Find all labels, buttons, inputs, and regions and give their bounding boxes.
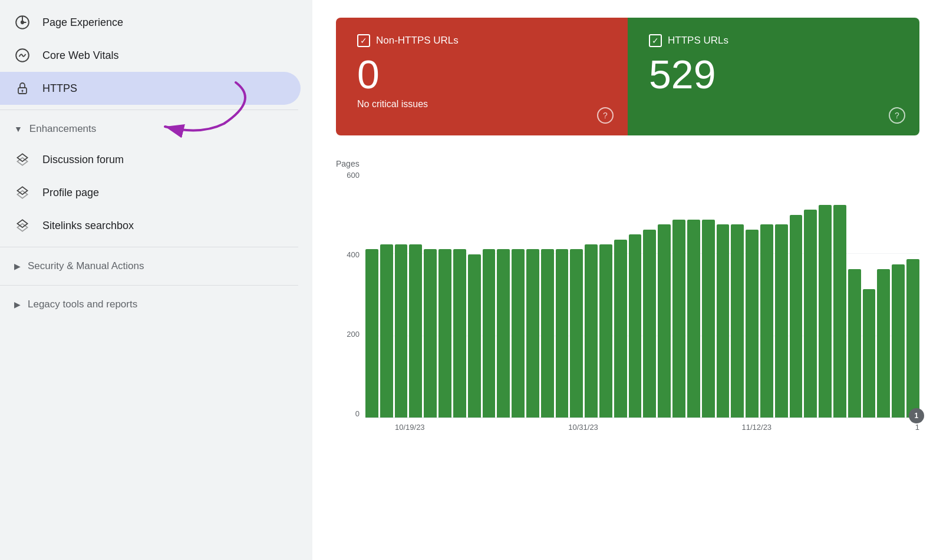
x-label-1031: 10/31/23 xyxy=(568,423,598,432)
chart-bar xyxy=(760,224,773,417)
svg-point-1 xyxy=(21,21,24,24)
chart-bar xyxy=(468,254,481,417)
page-experience-icon xyxy=(14,14,31,31)
sidebar-item-discussion-forum-label: Discussion forum xyxy=(42,154,124,166)
sidebar-section-security[interactable]: ▶ Security & Manual Actions xyxy=(0,252,312,280)
sidebar-item-https-label: HTTPS xyxy=(42,82,77,95)
non-https-header: ✓ Non-HTTPS URLs xyxy=(357,34,606,47)
chart-bar xyxy=(717,224,730,417)
chart-bar xyxy=(687,220,700,417)
chart-bar xyxy=(614,240,627,417)
chart-bar xyxy=(731,224,744,417)
chart-bar xyxy=(643,230,656,417)
sidebar-item-profile-page-label: Profile page xyxy=(42,187,99,199)
security-label: Security & Manual Actions xyxy=(28,260,144,272)
chart-bar xyxy=(556,249,569,417)
chart-y-labels: 600 400 200 0 xyxy=(336,171,360,418)
y-label-400: 400 xyxy=(336,250,360,259)
chart-bar xyxy=(585,244,598,417)
enhancements-label: Enhancements xyxy=(29,123,96,135)
x-label-1112: 11/12/23 xyxy=(742,423,772,432)
chart-area: Pages 600 400 200 0 1 10/19/23 10/31/23 … xyxy=(336,159,919,432)
sidebar-item-sitelinks-searchbox-label: Sitelinks searchbox xyxy=(42,220,134,232)
legacy-chevron-icon: ▶ xyxy=(14,300,21,309)
sidebar-item-https[interactable]: HTTPS xyxy=(0,72,301,105)
chart-bar xyxy=(658,224,671,417)
core-web-vitals-icon xyxy=(14,47,31,64)
chart-bar xyxy=(833,205,846,417)
chart-bar xyxy=(702,220,715,417)
chart-wrapper: 1 10/19/23 10/31/23 11/12/23 1 xyxy=(365,171,919,432)
sidebar-section-enhancements[interactable]: ▼ Enhancements xyxy=(0,115,312,143)
chart-bar xyxy=(483,249,496,417)
chart-bar xyxy=(599,244,612,417)
chart-dot: 1 xyxy=(909,408,924,423)
chart-y-axis-title: Pages xyxy=(336,159,919,168)
sitelinks-searchbox-icon xyxy=(14,217,31,234)
chart-bar xyxy=(424,249,437,417)
https-icon xyxy=(14,80,31,97)
profile-page-icon xyxy=(14,184,31,201)
sidebar-item-page-experience-label: Page Experience xyxy=(42,16,123,29)
chart-bar xyxy=(819,205,832,417)
chart-x-labels: 10/19/23 10/31/23 11/12/23 1 xyxy=(395,423,919,432)
non-https-value: 0 xyxy=(357,54,606,94)
chart-bar xyxy=(672,220,685,417)
y-label-0: 0 xyxy=(336,409,360,418)
chart-bar xyxy=(453,249,466,417)
y-label-200: 200 xyxy=(336,330,360,339)
chart-bar xyxy=(790,215,803,417)
chart-bars: 1 xyxy=(365,171,919,418)
chart-bar xyxy=(395,244,408,417)
enhancements-chevron-icon: ▼ xyxy=(14,124,22,134)
x-label-1019: 10/19/23 xyxy=(395,423,425,432)
sidebar-item-discussion-forum[interactable]: Discussion forum xyxy=(0,143,301,176)
chart-bar xyxy=(629,234,642,417)
main-content: ✓ Non-HTTPS URLs 0 No critical issues ? … xyxy=(312,0,943,560)
divider-3 xyxy=(0,285,298,286)
y-label-600: 600 xyxy=(336,171,360,180)
chart-bar xyxy=(380,244,393,417)
sidebar: Page Experience Core Web Vitals HTTPS ▼ … xyxy=(0,0,312,560)
svg-point-4 xyxy=(22,90,24,92)
non-https-checkbox-icon: ✓ xyxy=(357,34,370,47)
security-chevron-icon: ▶ xyxy=(14,261,21,271)
non-https-sub-label: No critical issues xyxy=(357,99,606,110)
https-card: ✓ HTTPS URLs 529 ? xyxy=(628,18,919,135)
chart-bar xyxy=(512,249,525,417)
chart-bar xyxy=(804,210,817,417)
chart-bar xyxy=(863,289,876,417)
chart-bar: 1 xyxy=(906,259,919,417)
sidebar-item-profile-page[interactable]: Profile page xyxy=(0,176,301,209)
chart-bar xyxy=(570,249,583,417)
chart-bar xyxy=(541,249,554,417)
sidebar-item-page-experience[interactable]: Page Experience xyxy=(0,6,301,39)
sidebar-item-core-web-vitals[interactable]: Core Web Vitals xyxy=(0,39,301,72)
chart-bar xyxy=(848,269,861,417)
https-header: ✓ HTTPS URLs xyxy=(649,34,898,47)
non-https-label: Non-HTTPS URLs xyxy=(376,35,459,47)
divider-2 xyxy=(0,247,298,247)
chart-bar xyxy=(365,249,378,417)
chart-bar xyxy=(409,244,422,417)
https-value: 529 xyxy=(649,54,898,94)
sidebar-section-legacy[interactable]: ▶ Legacy tools and reports xyxy=(0,290,312,319)
divider-1 xyxy=(0,110,298,110)
chart-bar xyxy=(892,264,905,417)
stats-row: ✓ Non-HTTPS URLs 0 No critical issues ? … xyxy=(336,18,919,135)
https-help-icon[interactable]: ? xyxy=(889,107,905,124)
https-checkbox-icon: ✓ xyxy=(649,34,662,47)
discussion-forum-icon xyxy=(14,151,31,168)
sidebar-item-sitelinks-searchbox[interactable]: Sitelinks searchbox xyxy=(0,209,301,242)
chart-bar xyxy=(877,269,890,417)
chart-bar xyxy=(775,224,788,417)
x-label-end: 1 xyxy=(915,423,919,432)
chart-bar xyxy=(497,249,510,417)
https-label: HTTPS URLs xyxy=(668,35,728,47)
chart-bar xyxy=(526,249,539,417)
non-https-card: ✓ Non-HTTPS URLs 0 No critical issues ? xyxy=(336,18,628,135)
chart-bar xyxy=(438,249,451,417)
sidebar-item-core-web-vitals-label: Core Web Vitals xyxy=(42,49,118,62)
chart-bar xyxy=(746,230,759,417)
non-https-help-icon[interactable]: ? xyxy=(597,107,614,124)
